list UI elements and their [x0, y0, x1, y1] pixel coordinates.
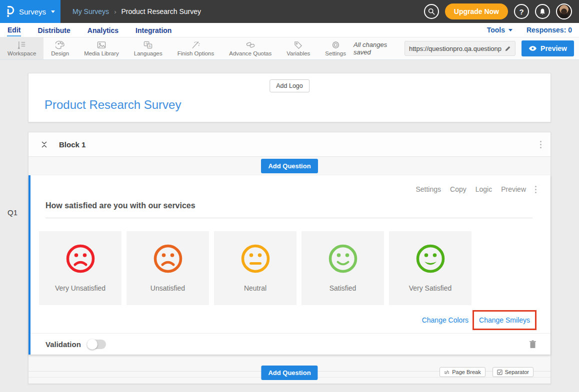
page-break-label: Page Break: [452, 369, 480, 375]
responses-count: Responses: 0: [526, 26, 572, 34]
toolbar-item-advance-quotas[interactable]: Advance Quotas: [222, 37, 279, 59]
user-avatar[interactable]: [556, 3, 572, 19]
section-nav: Edit Distribute Analytics Integration To…: [0, 23, 579, 37]
search-button[interactable]: [424, 4, 439, 19]
chain-links-icon: [246, 40, 256, 49]
block-menu-button[interactable]: [540, 141, 542, 148]
toolbar-right: All changes saved https://questionpro.qa…: [354, 37, 579, 59]
gear-icon: [331, 40, 340, 49]
option-label: Satisfied: [330, 284, 356, 292]
toolbar-item-design[interactable]: Design: [44, 37, 76, 59]
smiley-smile-icon: [328, 243, 358, 274]
option-label: Unsatisfied: [150, 284, 185, 292]
upgrade-now-button[interactable]: Upgrade Now: [445, 3, 508, 19]
breadcrumb-separator: ›: [114, 8, 116, 15]
toolbar-item-label: Variables: [286, 50, 310, 56]
toolbar-item-label: Media Library: [84, 50, 119, 56]
survey-url-field[interactable]: https://questionpro.qa.questionp: [404, 41, 516, 56]
validation-row: Validation: [30, 334, 550, 355]
toolbar-item-label: Design: [51, 50, 69, 56]
tag-icon: [294, 40, 303, 49]
tab-integration[interactable]: Integration: [135, 24, 172, 36]
notifications-button[interactable]: [535, 4, 550, 19]
add-question-button-bottom[interactable]: Add Question: [261, 366, 318, 380]
toolbar-item-languages[interactable]: 文 A Languages: [126, 37, 170, 59]
search-icon: [428, 8, 435, 15]
question-menu-button[interactable]: [535, 186, 536, 193]
block-card: Block 1 Add Question Q1 Settings Copy Lo…: [28, 132, 551, 384]
help-label: ?: [519, 7, 524, 16]
preview-label: Preview: [540, 44, 567, 52]
smiley-option-neutral[interactable]: Neutral: [214, 231, 296, 305]
toolbar-item-label: Languages: [134, 50, 162, 56]
question-preview-link[interactable]: Preview: [501, 185, 526, 193]
tab-edit[interactable]: Edit: [7, 23, 21, 36]
toolbar-item-media-library[interactable]: Media Library: [76, 37, 126, 59]
smiley-option-unsatisfied[interactable]: Unsatisfied: [126, 231, 209, 305]
question-text[interactable]: How satisfied are you with our services: [46, 201, 196, 210]
tab-distribute[interactable]: Distribute: [37, 24, 70, 36]
image-icon: [96, 40, 106, 49]
block-footer: Add Question Page Break Separator: [28, 355, 550, 384]
app-logo-menu[interactable]: Surveys: [0, 0, 60, 23]
product-menu-label: Surveys: [19, 7, 46, 16]
question-settings-link[interactable]: Settings: [416, 185, 441, 193]
toolbar-item-variables[interactable]: Variables: [279, 37, 318, 59]
magic-wand-icon: [191, 40, 200, 49]
add-question-button-top[interactable]: Add Question: [261, 159, 318, 173]
change-smileys-link[interactable]: Change Smileys: [479, 316, 530, 324]
toolbar-item-finish-options[interactable]: Finish Options: [170, 37, 222, 59]
toolbar-item-label: Advance Quotas: [229, 50, 272, 56]
block-header: Block 1: [28, 132, 550, 157]
tools-label: Tools: [487, 26, 505, 34]
translate-icon: 文 A: [143, 40, 153, 49]
eye-icon: [528, 45, 537, 51]
nav-right: Tools Responses: 0: [487, 26, 572, 34]
chevron-down-icon: [51, 10, 55, 13]
annotation-box: Change Smileys: [472, 310, 536, 330]
validation-toggle[interactable]: [87, 340, 106, 349]
smiley-option-very-unsatisfied[interactable]: Very Unsatisfied: [39, 231, 122, 305]
smiley-frown-icon: [65, 243, 96, 274]
smiley-option-satisfied[interactable]: Satisfied: [302, 231, 384, 305]
block-title[interactable]: Block 1: [59, 140, 86, 149]
separator-label: Separator: [505, 369, 529, 375]
bell-icon: [539, 8, 546, 15]
collapse-block-icon[interactable]: [42, 141, 47, 148]
toolbar-item-settings[interactable]: Settings: [318, 37, 354, 59]
breadcrumb: My Surveys › Product Research Survey: [72, 7, 201, 15]
question-logic-link[interactable]: Logic: [476, 185, 492, 193]
change-colors-link[interactable]: Change Colors: [422, 316, 468, 324]
breadcrumb-current: Product Research Survey: [121, 7, 201, 15]
preview-button[interactable]: Preview: [522, 40, 574, 56]
option-label: Very Unsatisfied: [55, 284, 106, 292]
top-bar: Surveys My Surveys › Product Research Su…: [0, 0, 579, 23]
chevron-down-icon: [508, 29, 512, 31]
delete-question-button[interactable]: [529, 340, 536, 349]
breadcrumb-parent[interactable]: My Surveys: [72, 7, 109, 15]
tools-dropdown[interactable]: Tools: [487, 26, 512, 34]
checkbox-icon: [497, 370, 502, 375]
toolbar-item-label: Finish Options: [178, 50, 214, 56]
separator-button[interactable]: Separator: [492, 367, 534, 377]
smiley-options-row: Very Unsatisfied Unsatisfied: [30, 218, 550, 305]
help-button[interactable]: ?: [514, 4, 529, 19]
page-break-button[interactable]: Page Break: [440, 367, 485, 377]
toolbar-item-label: Settings: [325, 50, 346, 56]
editor-canvas: Add Logo Product Research Survey Block 1…: [0, 60, 579, 384]
topbar-actions: Upgrade Now ?: [424, 3, 579, 19]
edit-pencil-icon[interactable]: [504, 45, 511, 52]
editor-toolbar: Workspace Design Media Library 文 A Langu…: [0, 37, 579, 60]
toolbar-item-workspace[interactable]: Workspace: [0, 37, 44, 59]
survey-title[interactable]: Product Research Survey: [44, 98, 181, 112]
option-label: Very Satisfied: [409, 284, 452, 292]
survey-header-card: Add Logo Product Research Survey: [28, 73, 551, 122]
smiley-option-very-satisfied[interactable]: Very Satisfied: [389, 231, 472, 305]
add-logo-button[interactable]: Add Logo: [270, 79, 310, 92]
toolbar-item-label: Workspace: [8, 50, 36, 56]
tab-analytics[interactable]: Analytics: [87, 24, 119, 36]
workspace-icon: [17, 40, 26, 49]
survey-url-value[interactable]: https://questionpro.qa.questionp: [409, 45, 502, 52]
question-copy-link[interactable]: Copy: [450, 185, 466, 193]
smiley-big-smile-icon: [415, 243, 446, 274]
